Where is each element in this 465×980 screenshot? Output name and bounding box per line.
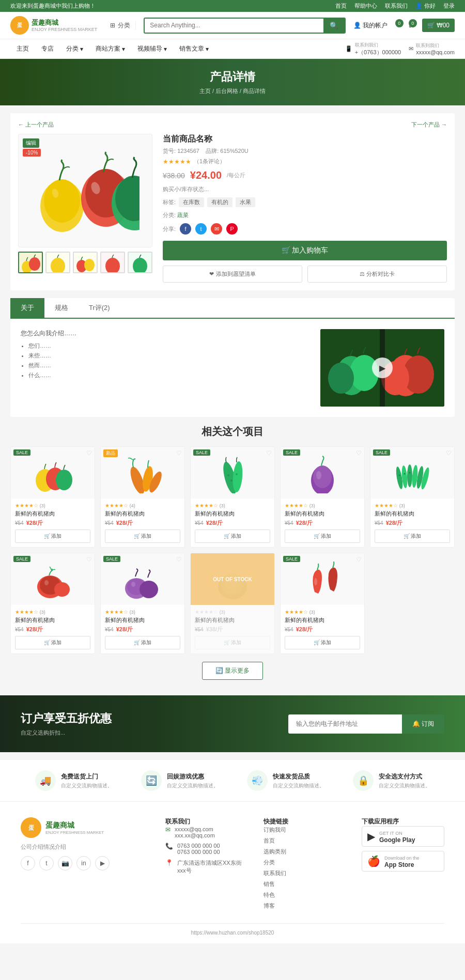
nav-categories[interactable]: 分类 ▾ [60,39,89,58]
add-cart-7[interactable]: 🛒 添加 [105,636,180,649]
footer-link-2[interactable]: 首页 [264,837,346,845]
add-cart-1[interactable]: 🛒 添加 [15,530,90,543]
badge-sale: 编辑 [23,138,39,148]
search-input[interactable] [145,19,323,32]
add-cart-9[interactable]: 🛒 添加 [285,636,360,649]
top-bar-home[interactable]: 首页 [335,2,347,10]
social-facebook[interactable]: f [21,856,35,870]
card-wishlist-3[interactable]: ♡ [266,449,272,457]
top-bar-user[interactable]: 👤 你好 [415,2,436,10]
product-detail-section: ← 上一个产品 下一个产品 → 编辑 -10% [0,105,465,298]
card-badge-9: SALE [283,556,300,562]
nav-pages[interactable]: 商站方案 ▾ [89,39,131,58]
top-bar-contact[interactable]: 联系我们 [385,2,408,10]
facebook-share[interactable]: f [180,223,191,235]
card-wishlist-5[interactable]: ♡ [446,449,452,457]
logo[interactable]: 蛋 蛋趣商城 ENJOY FRESHNESS MARKET [10,16,97,35]
cart-button[interactable]: 🛒 ₩00 [422,19,455,32]
product-video[interactable]: ▶ [320,329,444,407]
thumbnail-4[interactable] [100,252,125,273]
next-product-btn[interactable]: 下一个产品 → [411,121,447,129]
compare-button[interactable]: ⚖ 分析对比卡 [307,266,447,283]
app-store-name: App Store [384,861,420,868]
footer-link-3[interactable]: 选购类别 [264,848,346,855]
card-stars-2: ★★★★☆ (4) [105,503,180,508]
footer-link-6[interactable]: 销售 [264,880,346,888]
card-name-1: 新鲜的有机猪肉 [15,510,90,518]
wishlist-button[interactable]: ♡ 0 [395,22,401,29]
card-body-7: ★★★★☆ (3) 新鲜的有机猪肉 ¥54 ¥28/斤 🛒 添加 [101,605,184,654]
nav-video[interactable]: 视频辅导 ▾ [131,39,173,58]
prev-product-btn[interactable]: ← 上一个产品 [18,121,54,129]
add-cart-5[interactable]: 🛒 添加 [375,530,450,543]
out-of-stock-badge: OUT OF STOCK [191,553,274,605]
footer-link-4[interactable]: 分类 [264,859,346,866]
card-badge-6: SALE [13,556,30,562]
social-linkedin[interactable]: in [76,856,91,870]
tag-3[interactable]: 水果 [236,197,255,207]
categories-button[interactable]: ⊞ 分类 [105,21,136,30]
wishlist-button[interactable]: ❤ 添加到愿望清单 [163,266,302,283]
card-wishlist-7[interactable]: ♡ [176,556,182,563]
add-to-cart-button[interactable]: 🛒 加入购物车 [163,241,447,260]
footer-link-7[interactable]: 特色 [264,891,346,899]
footer-link-8[interactable]: 博客 [264,902,346,910]
email-share[interactable]: ✉ [211,223,222,235]
svg-point-31 [227,474,229,476]
search-button[interactable]: 🔍 [323,19,345,33]
google-play-badge[interactable]: ▶ GET IT ON Google Play [362,826,444,847]
card-wishlist-4[interactable]: ♡ [356,449,362,457]
top-bar-help[interactable]: 帮助中心 [354,2,377,10]
add-cart-4[interactable]: 🛒 添加 [285,530,360,543]
thumbnail-2[interactable] [45,252,70,273]
newsletter-email-input[interactable] [288,714,402,734]
pinterest-share[interactable]: P [226,223,238,235]
tag-2[interactable]: 有机的 [207,197,233,207]
add-cart-8[interactable]: 🛒 添加 [195,636,270,649]
play-button[interactable]: ▶ [372,357,393,378]
thumbnail-1[interactable] [18,252,43,273]
load-more-button[interactable]: 🔄 显示更多 [202,662,263,680]
newsletter-title: 订户享受五折优惠 [21,711,112,726]
card-badge-3: SALE [193,449,210,456]
product-sku: 货号: 1234567 [163,148,199,154]
card-wishlist-1[interactable]: ♡ [86,449,92,457]
footer-link-1[interactable]: 订购我司 [264,826,346,834]
account-button[interactable]: 👤 我的帐户 [353,21,388,30]
social-instagram[interactable]: 📷 [58,856,72,870]
svg-point-25 [56,470,72,490]
add-cart-6[interactable]: 🛒 添加 [15,636,90,649]
add-cart-3[interactable]: 🛒 添加 [195,530,270,543]
badge-discount: -10% [23,149,41,157]
social-youtube[interactable]: ▶ [95,856,110,870]
compare-button[interactable]: ⚖ 0 [409,22,414,29]
nav-blog[interactable]: 销售文章 ▾ [173,39,215,58]
app-store-badge[interactable]: 🍎 Download on the App Store [362,851,444,872]
thumbnail-3[interactable] [73,252,98,273]
twitter-share[interactable]: t [195,223,207,235]
footer-address-text: 广东清远市清城区XX东街xxx号 [177,859,248,875]
top-bar-login[interactable]: 登录 [443,2,455,10]
tab-reviews[interactable]: Tr评(2) [79,298,120,318]
card-wishlist-6[interactable]: ♡ [86,556,92,563]
nav-shop[interactable]: 专店 [35,39,60,58]
tag-1[interactable]: 在库数 [179,197,204,207]
footer-phone-info: 📞 0763 000 000 000763 000 000 00 [165,843,248,855]
svg-point-12 [84,259,95,271]
card-stars-9: ★★★★☆ (3) [285,609,360,615]
thumbnail-5[interactable] [128,252,152,273]
social-twitter[interactable]: t [39,856,54,870]
add-cart-2[interactable]: 🛒 添加 [105,530,180,543]
card-price-7: ¥54 ¥28/斤 [105,626,180,633]
footer-contact: 联系我们 ✉ xxxxx@qq.comxxx.xx@qq.com 📞 0763 … [165,817,248,913]
product-card-7: SALE ♡ ★★★★☆ (3) 新鲜的有机猪肉 ¥54 ¥28/斤 [100,553,185,654]
footer-app-title: 下载应用程序 [362,817,444,826]
email-label: 联系到我们 [416,42,455,49]
card-wishlist-9[interactable]: ♡ [356,556,362,563]
card-wishlist-2[interactable]: ♡ [176,449,182,457]
nav-home[interactable]: 主页 [10,39,35,58]
newsletter-submit-button[interactable]: 🔔 订阅 [402,714,444,734]
tab-about[interactable]: 关于 [10,298,44,318]
footer-link-5[interactable]: 联系我们 [264,869,346,877]
tab-specs[interactable]: 规格 [44,298,79,318]
